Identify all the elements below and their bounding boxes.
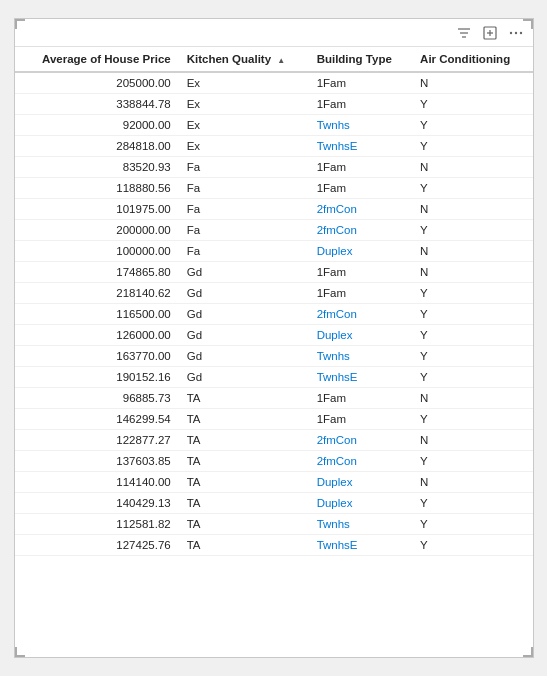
table-row: 174865.80Gd1FamN bbox=[15, 262, 533, 283]
table-row: 140429.13TADuplexY bbox=[15, 493, 533, 514]
table-row: 338844.78Ex1FamY bbox=[15, 94, 533, 115]
table-body: 205000.00Ex1FamN338844.78Ex1FamY92000.00… bbox=[15, 72, 533, 556]
cell-building-type[interactable]: Twnhs bbox=[309, 514, 412, 535]
table-row: 118880.56Fa1FamY bbox=[15, 178, 533, 199]
cell-air-conditioning: Y bbox=[412, 493, 532, 514]
svg-point-6 bbox=[509, 31, 511, 33]
cell-kitchen-quality: Fa bbox=[179, 178, 309, 199]
cell-building-type: 1Fam bbox=[309, 409, 412, 430]
cell-kitchen-quality: TA bbox=[179, 514, 309, 535]
cell-building-type[interactable]: 2fmCon bbox=[309, 199, 412, 220]
cell-kitchen-quality: TA bbox=[179, 535, 309, 556]
main-container: Average of House Price Kitchen Quality ▲… bbox=[14, 18, 534, 658]
cell-avg-price: 96885.73 bbox=[15, 388, 179, 409]
cell-avg-price: 116500.00 bbox=[15, 304, 179, 325]
table-row: 163770.00GdTwnhsY bbox=[15, 346, 533, 367]
cell-building-type: 1Fam bbox=[309, 262, 412, 283]
table-row: 218140.62Gd1FamY bbox=[15, 283, 533, 304]
table-wrapper: Average of House Price Kitchen Quality ▲… bbox=[15, 47, 533, 657]
col-header-kitchen-quality[interactable]: Kitchen Quality ▲ bbox=[179, 47, 309, 72]
cell-avg-price: 163770.00 bbox=[15, 346, 179, 367]
cell-kitchen-quality: Gd bbox=[179, 325, 309, 346]
col-header-air-conditioning[interactable]: Air Conditioning bbox=[412, 47, 532, 72]
table-row: 100000.00FaDuplexN bbox=[15, 241, 533, 262]
filter-icon[interactable] bbox=[455, 24, 473, 42]
cell-avg-price: 126000.00 bbox=[15, 325, 179, 346]
cell-kitchen-quality: Fa bbox=[179, 157, 309, 178]
cell-air-conditioning: Y bbox=[412, 283, 532, 304]
expand-icon[interactable] bbox=[481, 24, 499, 42]
cell-avg-price: 338844.78 bbox=[15, 94, 179, 115]
svg-point-7 bbox=[514, 31, 516, 33]
cell-avg-price: 118880.56 bbox=[15, 178, 179, 199]
cell-kitchen-quality: Gd bbox=[179, 304, 309, 325]
cell-kitchen-quality: Ex bbox=[179, 94, 309, 115]
table-row: 96885.73TA1FamN bbox=[15, 388, 533, 409]
cell-avg-price: 101975.00 bbox=[15, 199, 179, 220]
cell-air-conditioning: Y bbox=[412, 514, 532, 535]
cell-kitchen-quality: Gd bbox=[179, 262, 309, 283]
cell-kitchen-quality: Fa bbox=[179, 241, 309, 262]
cell-kitchen-quality: Gd bbox=[179, 346, 309, 367]
col-header-avg-price[interactable]: Average of House Price bbox=[15, 47, 179, 72]
cell-avg-price: 92000.00 bbox=[15, 115, 179, 136]
cell-building-type[interactable]: TwnhsE bbox=[309, 136, 412, 157]
cell-building-type[interactable]: TwnhsE bbox=[309, 535, 412, 556]
data-table: Average of House Price Kitchen Quality ▲… bbox=[15, 47, 533, 556]
cell-air-conditioning: N bbox=[412, 72, 532, 94]
cell-building-type[interactable]: Duplex bbox=[309, 325, 412, 346]
cell-building-type[interactable]: 2fmCon bbox=[309, 451, 412, 472]
cell-building-type[interactable]: 2fmCon bbox=[309, 220, 412, 241]
cell-avg-price: 127425.76 bbox=[15, 535, 179, 556]
col-header-building-type[interactable]: Building Type bbox=[309, 47, 412, 72]
cell-building-type[interactable]: 2fmCon bbox=[309, 430, 412, 451]
cell-air-conditioning: Y bbox=[412, 451, 532, 472]
cell-kitchen-quality: TA bbox=[179, 493, 309, 514]
table-row: 114140.00TADuplexN bbox=[15, 472, 533, 493]
table-row: 137603.85TA2fmConY bbox=[15, 451, 533, 472]
cell-avg-price: 140429.13 bbox=[15, 493, 179, 514]
cell-building-type[interactable]: Twnhs bbox=[309, 346, 412, 367]
cell-avg-price: 146299.54 bbox=[15, 409, 179, 430]
cell-avg-price: 100000.00 bbox=[15, 241, 179, 262]
cell-building-type[interactable]: Duplex bbox=[309, 472, 412, 493]
cell-air-conditioning: Y bbox=[412, 136, 532, 157]
cell-building-type[interactable]: Duplex bbox=[309, 493, 412, 514]
table-row: 92000.00ExTwnhsY bbox=[15, 115, 533, 136]
cell-building-type[interactable]: Duplex bbox=[309, 241, 412, 262]
cell-kitchen-quality: TA bbox=[179, 388, 309, 409]
cell-kitchen-quality: Gd bbox=[179, 367, 309, 388]
cell-kitchen-quality: TA bbox=[179, 472, 309, 493]
cell-building-type: 1Fam bbox=[309, 94, 412, 115]
table-row: 122877.27TA2fmConN bbox=[15, 430, 533, 451]
table-row: 200000.00Fa2fmConY bbox=[15, 220, 533, 241]
cell-air-conditioning: N bbox=[412, 157, 532, 178]
corner-bracket-tl bbox=[15, 19, 25, 29]
cell-building-type[interactable]: TwnhsE bbox=[309, 367, 412, 388]
cell-building-type[interactable]: Twnhs bbox=[309, 115, 412, 136]
cell-avg-price: 137603.85 bbox=[15, 451, 179, 472]
cell-air-conditioning: N bbox=[412, 388, 532, 409]
cell-air-conditioning: N bbox=[412, 241, 532, 262]
cell-air-conditioning: N bbox=[412, 199, 532, 220]
cell-air-conditioning: Y bbox=[412, 304, 532, 325]
table-row: 146299.54TA1FamY bbox=[15, 409, 533, 430]
cell-kitchen-quality: Ex bbox=[179, 115, 309, 136]
cell-avg-price: 174865.80 bbox=[15, 262, 179, 283]
cell-kitchen-quality: TA bbox=[179, 430, 309, 451]
cell-kitchen-quality: TA bbox=[179, 409, 309, 430]
cell-building-type[interactable]: 2fmCon bbox=[309, 304, 412, 325]
cell-air-conditioning: N bbox=[412, 472, 532, 493]
cell-kitchen-quality: Fa bbox=[179, 220, 309, 241]
cell-kitchen-quality: Ex bbox=[179, 72, 309, 94]
cell-avg-price: 122877.27 bbox=[15, 430, 179, 451]
table-row: 83520.93Fa1FamN bbox=[15, 157, 533, 178]
cell-air-conditioning: Y bbox=[412, 178, 532, 199]
table-row: 205000.00Ex1FamN bbox=[15, 72, 533, 94]
sort-arrow-kitchen-quality: ▲ bbox=[277, 56, 285, 65]
cell-building-type: 1Fam bbox=[309, 157, 412, 178]
cell-avg-price: 112581.82 bbox=[15, 514, 179, 535]
cell-kitchen-quality: Ex bbox=[179, 136, 309, 157]
corner-bracket-tr bbox=[523, 19, 533, 29]
cell-building-type: 1Fam bbox=[309, 283, 412, 304]
